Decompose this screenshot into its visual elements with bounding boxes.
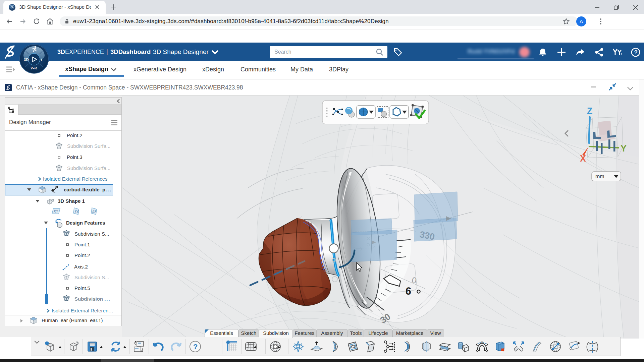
svg-text:XY: XY	[53, 209, 59, 213]
svg-text:ZX: ZX	[92, 209, 97, 213]
svg-text:?: ?	[193, 343, 198, 351]
svg-text:Z: Z	[587, 106, 593, 116]
svg-text:mm: mm	[595, 174, 604, 179]
svg-text:?: ?	[634, 49, 638, 56]
svg-text:X: X	[580, 154, 586, 164]
svg-text:6: 6	[405, 285, 412, 297]
svg-text:YZ: YZ	[74, 209, 79, 213]
svg-text:Y: Y	[621, 143, 627, 154]
svg-text:3D: 3D	[24, 58, 29, 62]
